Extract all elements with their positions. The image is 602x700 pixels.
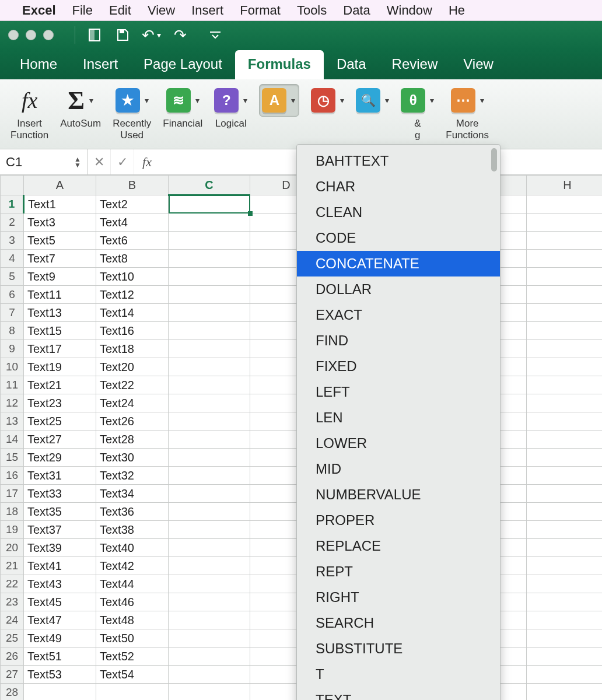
cell[interactable] (169, 214, 250, 232)
text-functions-button[interactable]: A▾ (253, 84, 305, 118)
tab-formulas[interactable]: Formulas (235, 50, 324, 79)
row-header[interactable]: 23 (1, 593, 24, 611)
cell[interactable] (527, 376, 603, 394)
cell[interactable] (527, 322, 603, 340)
tab-page-layout[interactable]: Page Layout (131, 50, 235, 79)
cell[interactable] (527, 449, 603, 467)
row-header[interactable]: 9 (1, 340, 24, 358)
row-header[interactable]: 11 (1, 376, 24, 394)
menu-item-concatenate[interactable]: CONCATENATE (297, 251, 500, 276)
cell[interactable]: Text31 (24, 467, 96, 485)
menu-item-fixed[interactable]: FIXED (297, 354, 500, 379)
cell[interactable]: Text48 (96, 611, 169, 629)
row-header[interactable]: 6 (1, 286, 24, 304)
menu-item-right[interactable]: RIGHT (297, 584, 500, 610)
cell[interactable] (169, 557, 250, 575)
scrollbar-thumb[interactable] (491, 148, 497, 172)
row-header[interactable]: 4 (1, 250, 24, 268)
cell[interactable]: Text4 (96, 214, 169, 232)
tab-data[interactable]: Data (324, 50, 379, 79)
cell[interactable] (527, 250, 603, 268)
cell[interactable]: Text50 (96, 629, 169, 648)
cell[interactable] (527, 214, 603, 232)
menu-item-clean[interactable]: CLEAN (297, 200, 500, 225)
cell[interactable]: Text28 (96, 430, 169, 449)
new-file-icon[interactable] (86, 26, 103, 44)
cell[interactable] (169, 394, 250, 412)
cell[interactable]: Text38 (96, 521, 169, 539)
tab-insert[interactable]: Insert (70, 50, 131, 79)
menu-item-len[interactable]: LEN (297, 405, 500, 430)
cancel-entry-icon[interactable]: ✕ (88, 149, 111, 174)
more-functions-button[interactable]: ⋯▾ More Functions (440, 84, 495, 141)
insert-function-button[interactable]: fx Insert Function (5, 84, 54, 141)
cell[interactable]: Text14 (96, 304, 169, 322)
cell[interactable]: Text45 (24, 593, 96, 611)
cell[interactable] (169, 593, 250, 611)
col-header-a[interactable]: A (24, 176, 96, 195)
menu-item-t[interactable]: T (297, 662, 500, 687)
menu-item-lower[interactable]: LOWER (297, 430, 500, 456)
cell[interactable] (169, 575, 250, 593)
menu-format[interactable]: Format (240, 3, 281, 18)
cell[interactable]: Text6 (96, 232, 169, 250)
cell[interactable]: Text11 (24, 286, 96, 304)
cell[interactable]: Text27 (24, 430, 96, 449)
cell[interactable]: Text2 (96, 195, 169, 214)
menu-data[interactable]: Data (343, 3, 370, 18)
cell[interactable] (527, 593, 603, 611)
row-header[interactable]: 3 (1, 232, 24, 250)
cell[interactable]: Text41 (24, 557, 96, 575)
cell[interactable] (24, 684, 96, 701)
menu-file[interactable]: File (72, 3, 93, 18)
menu-item-search[interactable]: SEARCH (297, 610, 500, 636)
cell[interactable]: Text17 (24, 340, 96, 358)
tab-review[interactable]: Review (379, 50, 451, 79)
cell[interactable] (527, 340, 603, 358)
cell[interactable] (169, 268, 250, 286)
cell[interactable]: Text24 (96, 394, 169, 412)
row-header[interactable]: 16 (1, 467, 24, 485)
recently-used-button[interactable]: ★▾ Recently Used (107, 84, 157, 141)
cell[interactable] (527, 394, 603, 412)
row-header[interactable]: 15 (1, 449, 24, 467)
col-header-b[interactable]: B (96, 176, 169, 195)
cell[interactable] (169, 358, 250, 376)
cell[interactable] (527, 268, 603, 286)
cell[interactable] (527, 467, 603, 485)
cell[interactable] (169, 376, 250, 394)
qat-customize-icon[interactable] (206, 26, 224, 44)
math-trig-button[interactable]: θ▾ & g (395, 84, 440, 141)
cell[interactable] (169, 322, 250, 340)
row-header[interactable]: 20 (1, 539, 24, 557)
cell[interactable] (527, 485, 603, 503)
cell[interactable] (169, 449, 250, 467)
cell[interactable] (169, 648, 250, 666)
cell[interactable] (169, 684, 250, 701)
cell[interactable] (527, 575, 603, 593)
cell[interactable] (527, 503, 603, 521)
cell[interactable] (527, 666, 603, 684)
financial-button[interactable]: ≋▾ Financial (157, 84, 208, 130)
col-header-h[interactable]: H (527, 176, 603, 195)
menu-item-mid[interactable]: MID (297, 456, 500, 482)
cell[interactable] (169, 629, 250, 648)
tab-home[interactable]: Home (7, 50, 70, 79)
select-all-corner[interactable] (1, 176, 24, 195)
cell[interactable] (527, 521, 603, 539)
cell[interactable]: Text39 (24, 539, 96, 557)
menu-window[interactable]: Window (387, 3, 432, 18)
cell[interactable] (169, 195, 250, 214)
row-header[interactable]: 17 (1, 485, 24, 503)
cell[interactable]: Text15 (24, 322, 96, 340)
row-header[interactable]: 2 (1, 214, 24, 232)
row-header[interactable]: 10 (1, 358, 24, 376)
row-header[interactable]: 13 (1, 412, 24, 430)
cell[interactable]: Text21 (24, 376, 96, 394)
app-name[interactable]: Excel (22, 3, 56, 18)
cell[interactable] (527, 358, 603, 376)
menu-item-text[interactable]: TEXT (297, 687, 500, 700)
row-header[interactable]: 14 (1, 430, 24, 449)
cell[interactable]: Text49 (24, 629, 96, 648)
row-header[interactable]: 12 (1, 394, 24, 412)
